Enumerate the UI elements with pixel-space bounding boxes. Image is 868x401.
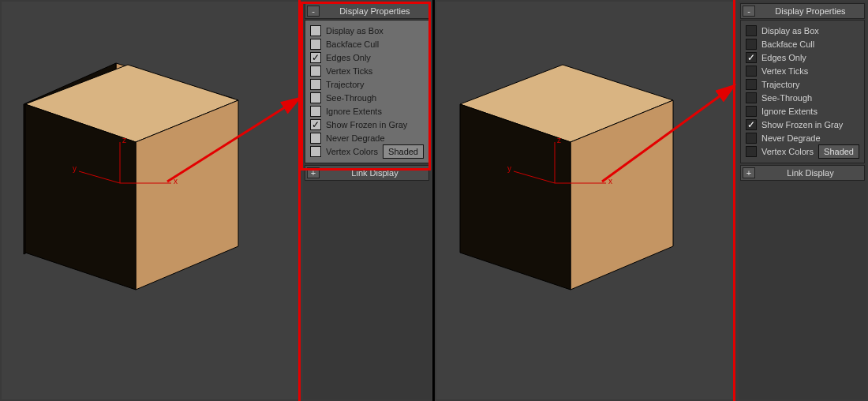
checkbox[interactable] [746, 92, 757, 103]
checkbox[interactable] [310, 146, 321, 157]
checkbox[interactable] [746, 39, 757, 50]
option-label: Vertex Colors [326, 147, 378, 156]
cube-a [2, 2, 301, 302]
option-label: Backface Cull [761, 39, 814, 49]
svg-marker-9 [25, 104, 136, 290]
rollup-display-body: Display as BoxBackface Cull✓Edges OnlyVe… [740, 20, 865, 163]
option-row: Trajectory [746, 77, 859, 91]
svg-marker-0 [116, 63, 234, 246]
checkbox[interactable]: ✓ [746, 52, 757, 63]
option-row: ✓Edges Only [746, 51, 859, 64]
option-row: Vertex Ticks [310, 64, 424, 77]
option-label: Ignore Extents [761, 107, 817, 116]
option-row: ✓Show Frozen in Gray [310, 118, 424, 131]
svg-line-11 [79, 171, 120, 183]
checkbox[interactable] [310, 39, 321, 50]
checkbox[interactable]: ✓ [746, 119, 757, 130]
option-label: Trajectory [326, 80, 365, 89]
option-row: Ignore Extents [746, 104, 859, 118]
rollup-collapse-icon[interactable]: - [307, 6, 320, 17]
axis-y-label: y [73, 164, 77, 173]
option-label: Vertex Ticks [326, 66, 372, 76]
option-label: Vertex Ticks [761, 66, 808, 76]
checkbox[interactable]: ✓ [310, 119, 321, 130]
cube-a-render [2, 2, 301, 317]
option-row: Vertex ColorsShaded [310, 144, 424, 158]
rollup-expand-icon[interactable]: + [307, 167, 320, 178]
svg-marker-8 [136, 100, 238, 290]
props-panel-b: - Display Properties Display as BoxBackf… [739, 2, 866, 399]
option-label: Ignore Extents [326, 107, 382, 116]
option-row: Backface Cull [746, 37, 859, 51]
checkbox[interactable] [310, 79, 321, 90]
option-row: Never Degrade [310, 131, 424, 144]
svg-marker-1 [24, 63, 116, 254]
checkbox[interactable] [746, 146, 757, 157]
axis-x-label: x [608, 177, 612, 186]
svg-marker-7 [25, 65, 238, 142]
checkbox[interactable] [746, 66, 757, 77]
checkbox[interactable] [746, 25, 757, 36]
axis-z-label: z [557, 136, 561, 144]
cube-b-render [436, 2, 736, 317]
option-row: Display as Box [310, 24, 424, 37]
svg-line-13 [167, 98, 300, 182]
option-label: Edges Only [761, 53, 806, 62]
svg-marker-14 [460, 65, 673, 142]
option-row: Vertex Ticks [746, 64, 859, 77]
option-label: Never Degrade [326, 133, 385, 143]
svg-line-18 [514, 171, 555, 183]
checkbox[interactable] [310, 133, 321, 144]
option-row: Backface Cull [310, 37, 424, 51]
axis-y-label: y [507, 164, 511, 173]
checkbox[interactable] [746, 79, 757, 90]
option-row: Vertex ColorsShaded [746, 144, 859, 158]
rollup-collapse-icon[interactable]: - [743, 6, 755, 17]
option-row: ✓Show Frozen in Gray [746, 118, 859, 131]
viewport-b[interactable]: x y z [436, 2, 735, 399]
option-row: See-Through [310, 91, 424, 104]
rollup-display-title: Display Properties [757, 6, 864, 16]
shaded-button[interactable]: Shaded [818, 144, 859, 159]
svg-line-20 [602, 85, 735, 182]
option-row: Ignore Extents [310, 104, 424, 118]
option-label: Display as Box [326, 26, 383, 36]
option-label: See-Through [761, 93, 812, 103]
checkbox[interactable] [310, 92, 321, 103]
checkbox[interactable] [310, 106, 321, 117]
axis-x-label: x [174, 177, 178, 186]
checkbox[interactable] [310, 25, 321, 36]
rollup-display-header[interactable]: - Display Properties [305, 3, 429, 19]
rollup-link-title: Link Display [757, 168, 864, 178]
option-row: Trajectory [310, 77, 424, 91]
checkbox[interactable] [746, 133, 757, 144]
rollup-display-header[interactable]: - Display Properties [740, 3, 865, 19]
rollup-link-header[interactable]: + Link Display [305, 165, 429, 181]
rollup-link-title: Link Display [321, 168, 428, 178]
option-label: Show Frozen in Gray [326, 120, 407, 129]
viewport-a[interactable]: x y z [2, 2, 300, 399]
option-row: ✓Edges Only [310, 51, 424, 64]
option-label: Never Degrade [761, 133, 821, 143]
option-label: Show Frozen in Gray [761, 120, 843, 129]
option-label: See-Through [326, 93, 376, 103]
checkbox[interactable] [746, 106, 757, 117]
option-label: Backface Cull [326, 39, 379, 49]
svg-marker-16 [460, 104, 571, 290]
option-label: Edges Only [326, 53, 371, 62]
option-row: Display as Box [746, 24, 859, 37]
rollup-display-title: Display Properties [321, 6, 428, 16]
option-label: Vertex Colors [761, 147, 814, 156]
axis-z-label: z [122, 136, 126, 144]
props-panel-a: - Display Properties Display as BoxBackf… [303, 2, 431, 399]
option-label: Trajectory [761, 80, 800, 89]
checkbox[interactable]: ✓ [310, 52, 321, 63]
rollup-display-body: Display as BoxBackface Cull✓Edges OnlyVe… [305, 20, 429, 163]
svg-marker-15 [571, 100, 673, 290]
option-row: See-Through [746, 91, 859, 104]
option-row: Never Degrade [746, 131, 859, 144]
shaded-button[interactable]: Shaded [383, 144, 424, 159]
rollup-link-header[interactable]: + Link Display [740, 165, 865, 181]
rollup-expand-icon[interactable]: + [743, 167, 755, 178]
checkbox[interactable] [310, 66, 321, 77]
